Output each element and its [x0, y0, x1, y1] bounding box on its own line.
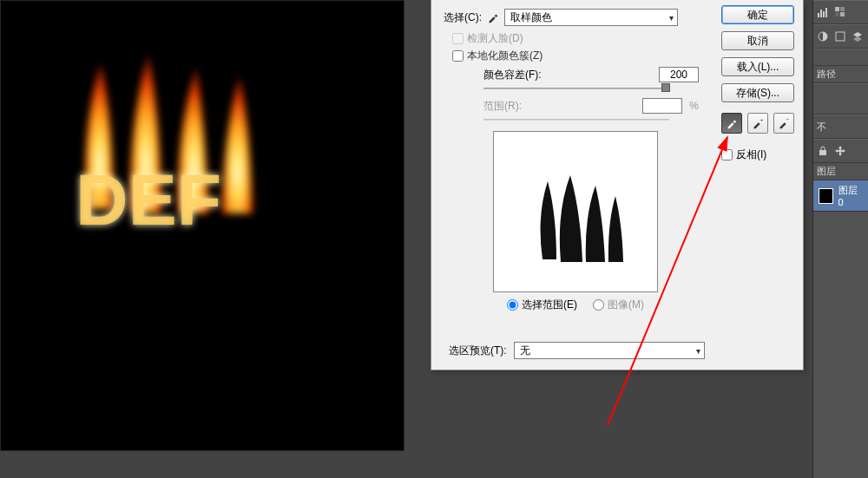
fuzziness-label: 颜色容差(F): [483, 68, 542, 82]
detect-faces-checkbox[interactable]: 检测人脸(D) [452, 31, 699, 46]
svg-rect-14 [836, 32, 845, 41]
invert-checkbox[interactable]: 反相(I) [721, 147, 794, 162]
svg-rect-7 [823, 11, 825, 17]
svg-text:DEF: DEF [76, 159, 221, 240]
histogram-icon [817, 6, 829, 18]
paths-tab[interactable]: 路径 [813, 66, 868, 83]
eyedropper-plus-tool[interactable]: + [747, 113, 768, 134]
range-unit: % [689, 100, 699, 112]
right-panels: 路径 不 图层 图层 0 [812, 0, 868, 478]
select-value: 取样颜色 [510, 10, 552, 25]
selection-preview-label: 选区预览(T): [449, 344, 507, 358]
svg-rect-6 [820, 10, 822, 17]
cancel-button[interactable]: 取消 [721, 31, 794, 50]
swatch-icon [834, 6, 846, 18]
eyedropper-minus-tool[interactable]: − [773, 113, 794, 134]
styles-icon [834, 30, 846, 43]
color-range-dialog: 选择(C): 取样颜色 检测人脸(D) 本地化颜色簇(Z) 颜色容差(F): [431, 0, 804, 370]
svg-rect-8 [825, 8, 827, 17]
radio-image[interactable]: 图像(M) [593, 298, 644, 312]
layer-name: 图层 0 [838, 184, 863, 207]
save-button[interactable]: 存储(S)... [721, 83, 794, 102]
eyedropper-icon [487, 11, 499, 23]
opacity-label: 不 [817, 121, 826, 134]
layers-tab[interactable]: 图层 [813, 163, 868, 180]
layer-item[interactable]: 图层 0 [813, 180, 868, 212]
flame-text-effect: DEF DEF [53, 36, 279, 244]
svg-rect-12 [840, 12, 845, 16]
select-label: 选择(C): [444, 10, 482, 25]
svg-rect-9 [835, 7, 839, 11]
selection-preview-dropdown[interactable]: 无 [514, 342, 705, 359]
svg-text:−: − [786, 117, 790, 122]
selection-preview [493, 131, 658, 292]
panel-icons-row-4[interactable] [813, 139, 868, 163]
fuzziness-slider[interactable] [483, 84, 669, 93]
document-canvas[interactable]: DEF DEF [0, 0, 404, 451]
fuzziness-input[interactable] [659, 67, 699, 82]
svg-rect-10 [840, 7, 845, 11]
layers-icon [852, 30, 864, 43]
localized-colors-checkbox[interactable]: 本地化颜色簇(Z) [452, 49, 699, 63]
svg-rect-5 [818, 13, 819, 17]
panel-icons-row-3[interactable]: 不 [813, 115, 868, 139]
svg-rect-11 [835, 12, 839, 16]
lock-icon [817, 145, 829, 157]
layer-thumbnail [819, 188, 833, 204]
svg-text:+: + [760, 117, 764, 122]
move-icon [834, 145, 846, 157]
eyedropper-tool[interactable] [721, 113, 742, 134]
ok-button[interactable]: 确定 [721, 5, 794, 24]
panel-icons-row-1[interactable] [813, 0, 868, 24]
range-label: 范围(R): [483, 99, 522, 114]
range-slider [483, 115, 669, 124]
select-dropdown[interactable]: 取样颜色 [504, 9, 678, 26]
adjustments-icon [817, 30, 829, 43]
svg-rect-15 [819, 150, 826, 155]
slider-thumb[interactable] [661, 83, 670, 92]
radio-selection[interactable]: 选择范围(E) [507, 298, 577, 312]
range-input [642, 98, 682, 114]
load-button[interactable]: 载入(L)... [721, 57, 794, 76]
panel-icons-row-2[interactable] [813, 24, 868, 49]
